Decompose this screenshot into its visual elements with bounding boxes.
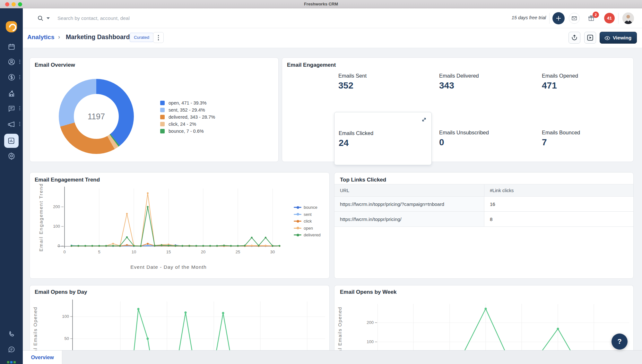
email-button[interactable]: [569, 13, 580, 24]
accounts-icon[interactable]: [8, 90, 15, 97]
divider: [549, 13, 550, 24]
help-button[interactable]: ?: [612, 334, 628, 350]
legend-label: open: [304, 226, 313, 231]
freshworks-logo-icon[interactable]: [6, 21, 17, 32]
table-row[interactable]: https://fwcrm.in/toppr/pricing/8: [334, 212, 633, 227]
search-input[interactable]: [57, 13, 282, 24]
card-title: Top Links Clicked: [340, 177, 386, 183]
sidebar: [0, 8, 23, 364]
contacts-icon[interactable]: [8, 58, 15, 66]
legend-label: delivered: [304, 233, 321, 237]
legend-item: bounce, 7 - 0.6%: [160, 128, 215, 135]
legend-item: click: [294, 218, 321, 225]
svg-text:100: 100: [53, 224, 60, 229]
email-opens-by-day-card: Email Opens by Day 50100 Total Emails Op…: [30, 285, 330, 350]
dashboard-tab-bar: Overview: [23, 350, 642, 364]
sidebar-item-analytics[interactable]: [4, 134, 19, 148]
donut-total: 1197: [74, 94, 119, 139]
campaigns-overflow-icon[interactable]: [19, 121, 21, 127]
contacts-overflow-icon[interactable]: [19, 59, 21, 64]
url-cell: https://fwcrm.in/toppr/pricing/?campaign…: [334, 197, 484, 211]
legend-label: sent, 352 - 29.4%: [169, 107, 205, 113]
svg-text:50: 50: [65, 336, 69, 341]
click-swatch: [160, 122, 165, 126]
emails-clicked-hover-card[interactable]: Emails Clicked 24: [334, 112, 432, 165]
export-button[interactable]: [568, 32, 580, 44]
calendar-icon[interactable]: [8, 43, 15, 51]
search-scope-caret-icon[interactable]: [47, 17, 50, 19]
notification-count-badge[interactable]: 41: [604, 13, 615, 23]
email-overview-donut-chart[interactable]: 1197: [59, 79, 134, 154]
legend-item: sent, 352 - 29.4%: [160, 106, 215, 114]
svg-text:0: 0: [58, 243, 60, 248]
legend-item: delivered: [294, 232, 321, 239]
conversations-icon[interactable]: [8, 105, 15, 112]
opens-by-day-line-chart[interactable]: 50100: [30, 285, 330, 350]
svg-text:100: 100: [367, 339, 374, 344]
svg-text:200: 200: [53, 204, 60, 209]
metric-emails-unsubscribed: Emails Unsubscribed 0: [439, 130, 489, 148]
plus-icon: [556, 15, 561, 21]
metric-emails-clicked: Emails Clicked 24: [339, 130, 373, 148]
metric-emails-sent: Emails Sent 352: [338, 73, 367, 91]
legend-label: click: [304, 219, 312, 224]
email-engagement-trend-card: Email Engagement Trend 05101520253001002…: [30, 172, 330, 279]
table-row[interactable]: https://fwcrm.in/toppr/pricing/?campaign…: [334, 197, 633, 212]
window-title: Freshworks CRM: [0, 2, 642, 6]
legend-label: sent: [304, 212, 312, 217]
tab-overview[interactable]: Overview: [23, 351, 62, 364]
apps-grid-icon[interactable]: [7, 361, 16, 364]
deals-overflow-icon[interactable]: [19, 74, 21, 80]
column-header-url: URL: [334, 184, 484, 196]
svg-text:25: 25: [236, 250, 240, 254]
search-icon[interactable]: [37, 15, 44, 22]
settings-icon[interactable]: [8, 152, 15, 160]
avatar[interactable]: [622, 13, 634, 24]
email-overview-card: Email Overview 1197 open, 471 - 39.3%sen…: [30, 57, 279, 162]
svg-text:15: 15: [166, 250, 171, 254]
svg-text:20: 20: [201, 250, 205, 254]
metric-emails-delivered: Emails Delivered 343: [439, 73, 479, 91]
deals-icon[interactable]: [8, 73, 15, 81]
top-links-clicked-card: Top Links Clicked URL#Link clickshttps:/…: [334, 172, 634, 279]
legend-label: click, 24 - 2%: [169, 122, 196, 127]
opens-by-week-line-chart[interactable]: 100200: [334, 285, 634, 350]
legend-label: open, 471 - 39.3%: [169, 100, 207, 106]
bounce-swatch: [160, 129, 165, 133]
top-links-table: URL#Link clickshttps://fwcrm.in/toppr/pr…: [334, 184, 633, 227]
legend-label: delivered, 343 - 28.7%: [169, 114, 215, 120]
column-header-link-clicks: #Link clicks: [484, 184, 633, 196]
phone-icon[interactable]: [8, 330, 15, 338]
card-title: Email Overview: [35, 62, 75, 68]
breadcrumb-analytics-link[interactable]: Analytics: [27, 34, 54, 41]
svg-text:200: 200: [367, 320, 374, 325]
email-engagement-card: Email Engagement Emails Sent 352 Emails …: [282, 57, 634, 162]
legend-label: bounce: [304, 205, 317, 210]
clicks-cell: 8: [484, 212, 633, 226]
conversations-overflow-icon[interactable]: [19, 106, 21, 111]
svg-text:10: 10: [132, 250, 136, 254]
svg-text:30: 30: [270, 250, 275, 254]
curated-badge: Curated: [130, 33, 153, 42]
metric-emails-opened: Emails Opened 471: [542, 73, 578, 91]
presentation-button[interactable]: [584, 32, 596, 44]
present-icon: [586, 34, 594, 41]
trend-line-chart[interactable]: 0510152025300100200: [30, 173, 330, 279]
add-new-button[interactable]: [552, 12, 565, 24]
topbar: 15 days free trial 2 41: [23, 8, 642, 28]
opens-by-week-y-axis-label: Total Emails Opened: [337, 306, 343, 351]
whats-new-badge: 2: [593, 12, 599, 18]
svg-text:5: 5: [98, 250, 100, 254]
legend-item: bounce: [294, 204, 321, 211]
bounce-swatch: [294, 207, 301, 208]
trial-status: 15 days free trial: [490, 15, 546, 20]
clicks-cell: 16: [484, 197, 633, 211]
viewing-button[interactable]: Viewing: [600, 32, 637, 44]
expand-icon[interactable]: [420, 115, 428, 124]
url-cell: https://fwcrm.in/toppr/pricing/: [334, 212, 484, 226]
analytics-icon: [7, 137, 15, 145]
chat-icon[interactable]: [8, 346, 15, 353]
sent-swatch: [294, 214, 301, 215]
dashboard-menu-button[interactable]: [153, 32, 164, 43]
campaigns-icon[interactable]: [8, 120, 15, 128]
